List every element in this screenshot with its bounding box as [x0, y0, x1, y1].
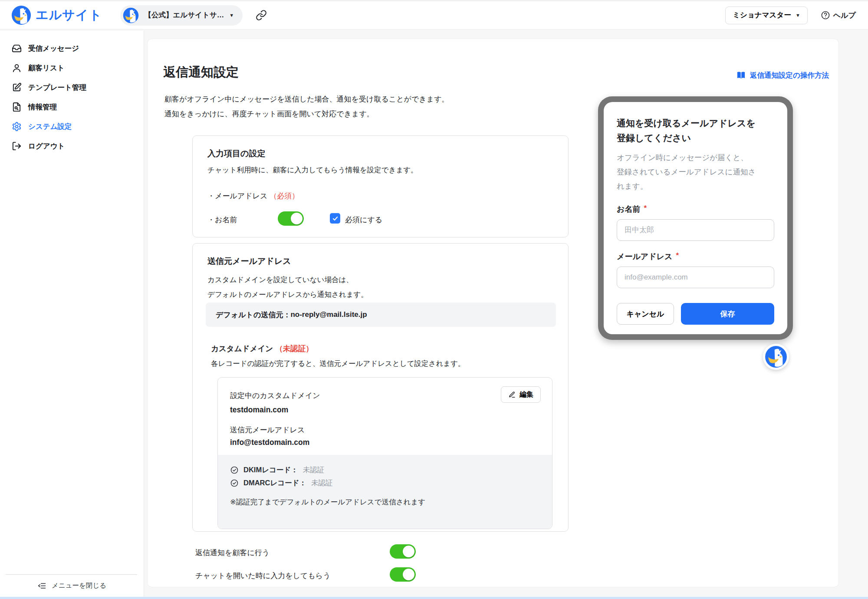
sidebar-nav: 受信メッセージ 顧客リスト テンプレート管理: [0, 31, 144, 156]
brand-logo-icon: [11, 5, 31, 25]
dkim-record-label: DKIMレコード：: [243, 465, 298, 475]
default-sender-email: no-reply@mail.lsite.jp: [290, 310, 367, 319]
notification-preview-panel: 通知を受け取るメールアドレスを 登録してください オフライン時にメッセージが届く…: [598, 96, 793, 340]
sidebar-item-system-settings[interactable]: システム設定: [0, 117, 144, 136]
settings-panel: 返信通知設定 返信通知設定の操作方法 顧客がオフライン中にメッセージを送信した場…: [148, 39, 838, 587]
gear-icon: [12, 122, 22, 132]
sidebar-item-label: ログアウト: [28, 142, 65, 151]
default-sender-box: デフォルトの送信元： no-reply@mail.lsite.jp: [206, 303, 556, 327]
header: エルサイト 【公式】エルサイトサ… ▼ ミショナマスター ▼: [0, 0, 868, 30]
chat-open-input-toggle[interactable]: [390, 567, 416, 582]
logout-icon: [12, 141, 22, 151]
sender-card-description: カスタムドメインを設定していない場合は、 デフォルトのメールアドレスから通知され…: [207, 272, 368, 302]
cancel-button[interactable]: キャンセル: [617, 303, 674, 325]
edit-button-label: 編集: [519, 390, 533, 399]
sidebar-item-customer-list[interactable]: 顧客リスト: [0, 58, 144, 78]
inbox-icon: [12, 43, 22, 53]
required-checkbox[interactable]: [330, 213, 340, 224]
input-items-description: チャット利用時に、顧客に入力してもらう情報を設定できます。: [207, 165, 418, 175]
operation-guide-link[interactable]: 返信通知設定の操作方法: [736, 70, 829, 80]
sidebar-item-label: テンプレート管理: [28, 83, 86, 92]
collapse-menu-button[interactable]: メニューを閉じる: [0, 581, 144, 590]
collapse-menu-label: メニューを閉じる: [52, 581, 106, 590]
user-menu-button[interactable]: ミショナマスター ▼: [725, 7, 808, 24]
required-asterisk: *: [676, 251, 679, 262]
preview-email-label-row: メールアドレス *: [617, 251, 774, 262]
question-circle-icon: [821, 10, 830, 20]
notification-preview-form: 通知を受け取るメールアドレスを 登録してください オフライン時にメッセージが届く…: [604, 102, 787, 334]
input-items-title: 入力項目の設定: [207, 148, 265, 159]
name-item-label: ・お名前: [207, 215, 237, 225]
help-button[interactable]: ヘルプ: [821, 10, 856, 20]
check-icon: [332, 215, 339, 222]
document-search-icon: [12, 102, 22, 112]
required-asterisk: *: [644, 204, 647, 214]
sidebar-item-label: 情報管理: [28, 102, 57, 112]
sidebar-item-logout[interactable]: ログアウト: [0, 136, 144, 156]
configured-domain-value: testdomain.com: [230, 405, 288, 415]
sidebar-item-label: 受信メッセージ: [28, 44, 79, 53]
sidebar-item-template-management[interactable]: テンプレート管理: [0, 78, 144, 97]
app-window: エルサイト 【公式】エルサイトサ… ▼ ミショナマスター ▼: [0, 0, 868, 599]
dkim-record-row: DKIMレコード： 未認証: [230, 464, 540, 477]
preview-description: オフライン時にメッセージが届くと、 登録されているメールアドレスに通知さ れます…: [617, 151, 774, 194]
edit-domain-button[interactable]: 編集: [501, 386, 541, 403]
brand-name: エルサイト: [36, 7, 102, 24]
collapse-menu-icon: [37, 581, 46, 590]
pencil-icon: [508, 391, 516, 398]
preview-email-input[interactable]: [617, 267, 774, 288]
sidebar-item-received-messages[interactable]: 受信メッセージ: [0, 39, 144, 58]
preview-name-input[interactable]: [617, 219, 774, 241]
dmarc-record-status: 未認証: [311, 478, 333, 488]
account-avatar: [123, 7, 139, 23]
input-items-card: 入力項目の設定 チャット利用時に、顧客に入力してもらう情報を設定できます。 ・メ…: [192, 135, 569, 237]
copy-link-button[interactable]: [254, 8, 269, 23]
help-label: ヘルプ: [833, 10, 856, 20]
custom-domain-status: （未認証）: [275, 344, 313, 353]
name-field-toggle[interactable]: [278, 211, 304, 226]
reply-notification-toggle[interactable]: [390, 544, 416, 559]
sender-address-card: 送信元メールアドレス カスタムドメインを設定していない場合は、 デフォルトのメー…: [192, 243, 569, 532]
email-item-label: ・メールアドレス: [207, 192, 267, 200]
sender-card-description-line: カスタムドメインを設定していない場合は、: [207, 272, 368, 287]
preview-buttons: キャンセル 保存: [617, 303, 774, 325]
book-icon: [736, 70, 746, 80]
verification-note: ※認証完了までデフォルトのメールアドレスで送信されます: [230, 497, 540, 507]
custom-domain-detail-card: 設定中のカスタムドメイン 編集 testdomain.com 送信元メールアドレ…: [217, 377, 552, 529]
sidebar-item-information-management[interactable]: 情報管理: [0, 97, 144, 117]
preview-description-line: れます。: [617, 179, 774, 194]
preview-email-label: メールアドレス: [617, 251, 673, 262]
sender-card-description-line: デフォルトのメールアドレスから通知されます。: [207, 287, 368, 302]
dmarc-record-row: DMARCレコード： 未認証: [230, 477, 540, 490]
default-sender-label: デフォルトの送信元：: [216, 310, 290, 320]
link-icon: [256, 10, 267, 21]
dkim-record-status: 未認証: [303, 465, 325, 475]
sender-email-label: 送信元メールアドレス: [230, 425, 305, 435]
sender-card-title: 送信元メールアドレス: [207, 256, 291, 267]
preview-name-label-row: お名前 *: [617, 204, 774, 214]
configured-domain-label: 設定中のカスタムドメイン: [230, 391, 320, 401]
custom-domain-label: カスタムドメイン: [211, 344, 273, 353]
page-description: 顧客がオフライン中にメッセージを送信した場合、通知を受け取ることができます。 通…: [164, 92, 449, 122]
save-button[interactable]: 保存: [681, 303, 774, 325]
sidebar: 受信メッセージ 顧客リスト テンプレート管理: [0, 31, 144, 599]
preview-name-label: お名前: [617, 204, 640, 214]
required-checkbox-label: 必須にする: [345, 215, 382, 225]
brand: エルサイト: [11, 5, 102, 25]
chat-launcher-button[interactable]: [763, 344, 789, 370]
page-title: 返信通知設定: [163, 64, 239, 81]
chevron-down-icon: ▼: [229, 13, 234, 18]
email-required-row: ・メールアドレス （必須）: [207, 191, 299, 201]
dmarc-record-label: DMARCレコード：: [243, 478, 306, 488]
check-circle-icon: [230, 466, 239, 474]
record-status-section: DKIMレコード： 未認証 DMARCレコード： 未認証 ※認証完了までデフォル…: [218, 455, 552, 529]
header-right: ミショナマスター ▼ ヘルプ: [725, 7, 856, 24]
account-selector-label: 【公式】エルサイトサ…: [144, 10, 224, 20]
preview-title: 通知を受け取るメールアドレスを 登録してください: [617, 116, 774, 145]
custom-domain-description: 各レコードの認証が完了すると、送信元メールアドレスとして設定されます。: [211, 359, 465, 369]
user-icon: [12, 63, 22, 73]
chevron-down-icon: ▼: [796, 13, 800, 18]
window-bottom-edge: [0, 597, 868, 599]
sender-email-value: info@testdomain.com: [230, 438, 309, 447]
account-selector[interactable]: 【公式】エルサイトサ… ▼: [120, 5, 243, 26]
